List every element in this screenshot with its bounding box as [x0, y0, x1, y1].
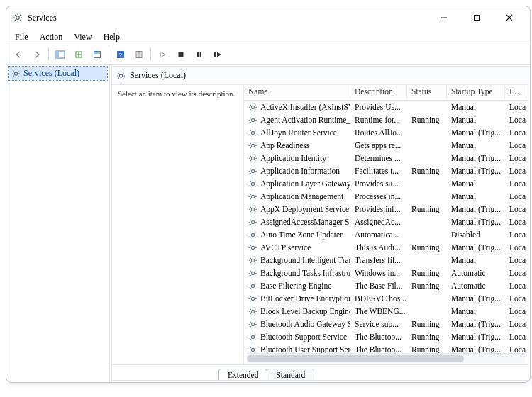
- service-startup-cell: Manual: [447, 141, 505, 150]
- service-logon-cell: Loca: [505, 320, 526, 328]
- description-panel: Select an item to view its description.: [112, 85, 244, 364]
- service-row[interactable]: Bluetooth Support ServiceThe Bluetoo...R…: [244, 330, 528, 343]
- service-row[interactable]: AllJoyn Router ServiceRoutes AllJo...Man…: [244, 126, 528, 139]
- service-description-cell: Provides inf...: [350, 205, 407, 213]
- service-row[interactable]: Auto Time Zone UpdaterAutomatica...Disab…: [244, 228, 528, 241]
- service-status-cell: Running: [407, 167, 447, 175]
- service-description-cell: Runtime for...: [350, 116, 407, 124]
- service-logon-cell: Loca: [505, 179, 526, 188]
- service-gear-icon: [248, 230, 257, 240]
- export-list-button[interactable]: [70, 47, 87, 62]
- service-row[interactable]: Application ManagementProcesses in...Man…: [244, 190, 528, 203]
- service-startup-cell: Manual (Trig...: [447, 128, 505, 137]
- service-startup-cell: Manual (Trig...: [447, 243, 505, 252]
- start-service-button[interactable]: [154, 47, 171, 62]
- service-status-cell: Running: [407, 205, 447, 213]
- svg-rect-16: [179, 52, 184, 57]
- service-description-cell: Transfers fil...: [350, 256, 407, 264]
- service-row[interactable]: App ReadinessGets apps re...ManualLoca: [244, 139, 528, 152]
- service-row[interactable]: AVCTP serviceThis is Audi...RunningManua…: [244, 241, 528, 254]
- service-name-cell: Application Layer Gateway ...: [244, 179, 350, 189]
- column-description[interactable]: Description: [350, 85, 407, 100]
- service-name-cell: AppX Deployment Service (...: [244, 205, 350, 214]
- column-startup-type[interactable]: Startup Type: [447, 85, 505, 100]
- tab-extended[interactable]: Extended: [218, 369, 267, 381]
- show-hide-tree-button[interactable]: [52, 47, 69, 62]
- services-list[interactable]: Name Description Status Startup Type Log…: [244, 85, 528, 364]
- service-gear-icon: [248, 345, 257, 354]
- menu-action[interactable]: Action: [34, 30, 69, 44]
- service-row[interactable]: AssignedAccessManager Se...AssignedAc...…: [244, 216, 528, 228]
- menu-help[interactable]: Help: [98, 30, 126, 44]
- service-gear-icon: [248, 141, 257, 150]
- service-row[interactable]: Application InformationFacilitates t...R…: [244, 164, 528, 177]
- service-row[interactable]: Block Level Backup Engine ...The WBENG..…: [244, 305, 528, 318]
- service-name-cell: BitLocker Drive Encryption ...: [244, 294, 350, 303]
- column-logon-as[interactable]: Log: [505, 85, 526, 100]
- properties-button[interactable]: [131, 47, 148, 62]
- service-row[interactable]: Background Tasks Infrastruc...Windows in…: [244, 267, 528, 279]
- svg-point-20: [14, 72, 17, 74]
- svg-point-33: [251, 246, 254, 249]
- service-row[interactable]: Application IdentityDetermines ...Manual…: [244, 152, 528, 164]
- horizontal-scrollbar[interactable]: [247, 353, 525, 363]
- minimize-button[interactable]: [428, 7, 460, 28]
- service-name-cell: Block Level Backup Engine ...: [244, 307, 350, 316]
- details-header: Services (Local): [112, 67, 528, 85]
- service-name: AppX Deployment Service (...: [260, 205, 350, 213]
- service-row[interactable]: AppX Deployment Service (...Provides inf…: [244, 203, 528, 216]
- help-button[interactable]: ?: [112, 47, 129, 62]
- service-logon-cell: Loca: [505, 256, 526, 264]
- service-row[interactable]: Bluetooth User Support Ser...The Bluetoo…: [244, 343, 528, 353]
- pause-service-button[interactable]: [191, 47, 208, 62]
- service-status-cell: Running: [407, 332, 447, 341]
- service-logon-cell: Loca: [505, 218, 526, 226]
- tree-item-label: Services (Local): [23, 68, 79, 79]
- service-row[interactable]: BitLocker Drive Encryption ...BDESVC hos…: [244, 292, 528, 305]
- service-row[interactable]: Agent Activation Runtime_...Runtime for.…: [244, 113, 528, 126]
- service-name: Application Management: [260, 192, 343, 201]
- service-name-cell: Background Intelligent Tran...: [244, 256, 350, 265]
- refresh-button[interactable]: [89, 47, 106, 62]
- svg-point-29: [251, 195, 254, 198]
- column-name[interactable]: Name: [244, 85, 350, 100]
- service-startup-cell: Manual (Trig...: [447, 320, 505, 328]
- nav-forward-button[interactable]: [28, 47, 45, 62]
- svg-point-0: [16, 16, 20, 20]
- services-window: Services File Action View Help ?: [6, 6, 531, 383]
- details-pane: Services (Local) Select an item to view …: [111, 66, 528, 381]
- restart-service-button[interactable]: [209, 47, 226, 62]
- service-startup-cell: Manual: [447, 179, 505, 188]
- service-name: Background Tasks Infrastruc...: [260, 269, 350, 277]
- service-description-cell: AssignedAc...: [350, 218, 407, 226]
- maximize-button[interactable]: [460, 7, 493, 28]
- service-row[interactable]: Background Intelligent Tran...Transfers …: [244, 254, 528, 267]
- close-button[interactable]: [493, 7, 526, 28]
- nav-back-button[interactable]: [10, 47, 27, 62]
- service-gear-icon: [248, 154, 257, 163]
- scrollbar-thumb[interactable]: [247, 355, 464, 362]
- tree-item-services-local[interactable]: Services (Local): [8, 66, 108, 81]
- menu-view[interactable]: View: [68, 30, 97, 44]
- service-name: BitLocker Drive Encryption ...: [260, 294, 350, 303]
- svg-point-38: [251, 310, 254, 313]
- service-description-cell: Automatica...: [350, 230, 407, 239]
- service-logon-cell: Loca: [505, 116, 526, 124]
- service-startup-cell: Manual (Trig...: [447, 332, 505, 341]
- service-row[interactable]: Application Layer Gateway ...Provides su…: [244, 177, 528, 190]
- service-row[interactable]: Bluetooth Audio Gateway S...Service sup.…: [244, 318, 528, 330]
- service-row[interactable]: ActiveX Installer (AxInstSV)Provides Us.…: [244, 101, 528, 113]
- service-gear-icon: [248, 243, 257, 252]
- svg-point-41: [251, 348, 254, 351]
- stop-service-button[interactable]: [172, 47, 189, 62]
- description-placeholder: Select an item to view its description.: [118, 89, 235, 98]
- svg-rect-18: [200, 52, 201, 57]
- service-status-cell: Running: [407, 269, 447, 277]
- svg-point-26: [251, 157, 254, 160]
- console-tree[interactable]: Services (Local): [6, 65, 110, 382]
- service-name: AssignedAccessManager Se...: [260, 218, 350, 226]
- tab-standard[interactable]: Standard: [267, 369, 314, 381]
- service-row[interactable]: Base Filtering EngineThe Base Fil...Runn…: [244, 279, 528, 292]
- column-status[interactable]: Status: [407, 85, 447, 100]
- menu-file[interactable]: File: [9, 30, 34, 44]
